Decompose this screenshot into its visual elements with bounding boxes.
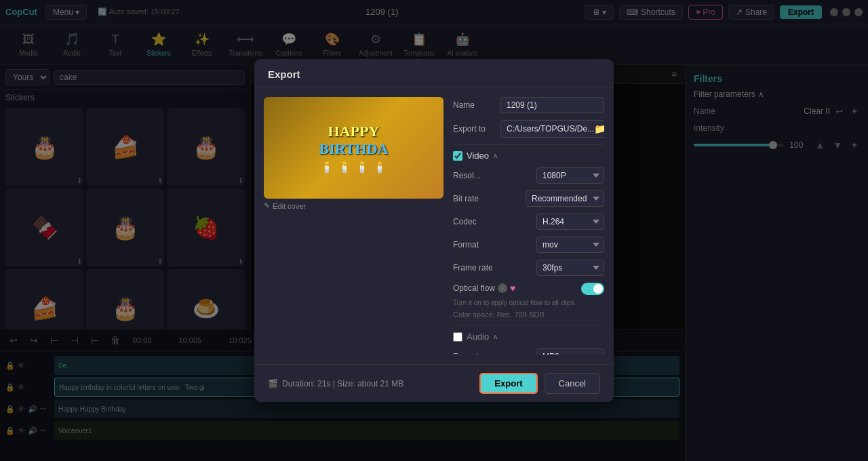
bitrate-select[interactable]: Recommended [526,191,604,207]
optical-flow-row: Optical flow i ♥ [453,283,604,295]
footer-info: 🎬 Duration: 21s | Size: about 21 MB [268,379,403,388]
cover-preview: HAPPY BIRTHDA 🕯️ 🕯️ 🕯️ 🕯️ [264,97,443,199]
codec-label: Codec [453,217,500,226]
info-icon[interactable]: i [498,283,507,293]
name-label: Name [453,100,500,110]
audio-section-header: Audio ∧ [453,332,604,342]
dialog-settings: Name 1209 (1) Export to C:/Users/TOPGUS/… [443,97,604,355]
dialog-footer: 🎬 Duration: 21s | Size: about 21 MB Expo… [254,364,614,402]
export-to-row: Export to C:/Users/TOPGUS/De... 📁 [453,120,604,138]
audio-chevron-icon[interactable]: ∧ [493,333,498,340]
framerate-label: Frame rate [453,263,500,273]
export-path-value: C:/Users/TOPGUS/De... [507,124,594,134]
color-space-label: Color space: Rec. 709 SDR [453,310,604,319]
film-icon: 🎬 [268,379,278,388]
candle-icon: 🕯️ [355,161,369,174]
folder-icon[interactable]: 📁 [594,123,604,134]
audio-checkbox[interactable] [453,332,462,342]
candle-icon: 🕯️ [373,161,387,174]
optical-flow-toggle[interactable] [581,283,604,295]
cover-image: HAPPY BIRTHDA 🕯️ 🕯️ 🕯️ 🕯️ [319,123,389,174]
candles-row: 🕯️ 🕯️ 🕯️ 🕯️ [319,161,389,174]
video-checkbox[interactable] [453,151,462,161]
edit-cover-button[interactable]: ✎ Edit cover [264,199,306,213]
audio-format-row: Format MP3 [453,348,604,355]
resolution-select[interactable]: 1080P [536,167,604,184]
name-value: 1209 (1) [507,100,537,110]
framerate-select[interactable]: 30fps [536,260,604,276]
export-dialog: Export HAPPY BIRTHDA 🕯️ 🕯️ 🕯️ 🕯️ [254,59,614,402]
resolution-label: Resol... [453,171,500,180]
codec-select[interactable]: H.264 [536,214,604,230]
divider-2 [453,325,604,326]
edit-icon: ✎ [264,201,270,210]
optical-flow-label: Optical flow i ♥ [453,283,581,294]
pro-badge-icon: ♥ [510,283,515,294]
bitrate-label: Bit rate [453,194,500,203]
audio-format-label: Format [453,352,500,355]
format-label: Format [453,240,500,249]
dialog-title: Export [254,59,614,87]
dialog-cover-section: HAPPY BIRTHDA 🕯️ 🕯️ 🕯️ 🕯️ ✎ Edit cover [264,97,443,355]
divider [453,144,604,145]
video-section-header: Video ∧ [453,151,604,161]
export-to-label: Export to [453,124,500,134]
dialog-body: HAPPY BIRTHDA 🕯️ 🕯️ 🕯️ 🕯️ ✎ Edit cover [254,87,614,364]
candle-icon: 🕯️ [320,161,334,174]
bitrate-row: Bit rate Recommended [453,191,604,207]
footer-actions: Export Cancel [479,373,600,394]
framerate-row: Frame rate 30fps [453,260,604,276]
video-chevron-icon[interactable]: ∧ [493,152,498,159]
codec-row: Codec H.264 [453,214,604,230]
candle-icon: 🕯️ [338,161,351,174]
resolution-row: Resol... 1080P [453,167,604,184]
format-select[interactable]: mov [536,237,604,253]
name-setting-row: Name 1209 (1) [453,97,604,113]
dialog-overlay: Export HAPPY BIRTHDA 🕯️ 🕯️ 🕯️ 🕯️ [0,0,868,461]
audio-format-select[interactable]: MP3 [536,348,604,355]
export-button[interactable]: Export [479,373,537,394]
optical-flow-description: Turn it on to apply optical flow to all … [453,299,604,306]
format-row: Format mov [453,237,604,253]
cancel-button[interactable]: Cancel [545,373,600,394]
